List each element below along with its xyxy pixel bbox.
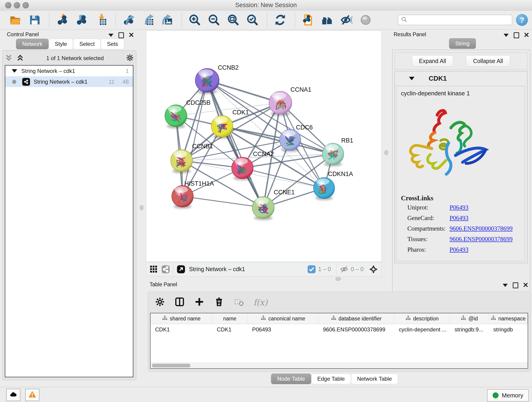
network-row[interactable]: String Network – cdk1 11 48 [5, 76, 133, 87]
node-label: CDC25B [186, 99, 210, 106]
table-hscrollbar[interactable] [151, 363, 528, 368]
column-header-database-identifier[interactable]: database identifier [318, 313, 394, 324]
float-panel-icon[interactable] [119, 32, 124, 38]
layout-ball-icon[interactable] [359, 13, 372, 27]
cdk1-section-header[interactable]: CDK1 [395, 71, 527, 85]
tab-sets[interactable]: Sets [101, 39, 124, 49]
tab-edge-table[interactable]: Edge Table [311, 374, 351, 384]
network-selected-label: 1 of 1 Network selected [24, 55, 126, 61]
column-header-shared-name[interactable]: shared name [151, 313, 212, 324]
network-canvas[interactable]: CCNB2CCNA1CDC25BCDK1CDC6RB1CCNB1CCNA2CDK… [146, 31, 382, 262]
network-view-icon[interactable] [161, 265, 170, 274]
help-button[interactable]: ? [516, 14, 528, 26]
shared-column-icon [405, 315, 411, 322]
section-name: CDK1 [429, 75, 447, 82]
tab-network-table[interactable]: Network Table [351, 374, 398, 384]
panel-menu-icon[interactable] [503, 284, 508, 287]
zoom-selected-icon[interactable] [246, 13, 259, 27]
cloud-button[interactable] [6, 389, 20, 401]
title-bar: Session: New Session [0, 0, 532, 11]
hscrollbar-thumb[interactable] [152, 364, 190, 367]
crosslink-label: GeneCard: [407, 215, 434, 222]
delete-column-icon[interactable] [214, 297, 224, 308]
app-window: Session: New Session ? Control Panel Net… [0, 0, 532, 402]
column-header-description[interactable]: description [394, 313, 450, 324]
section-caret-icon[interactable] [409, 77, 414, 80]
collection-caret-icon[interactable] [12, 69, 17, 73]
tab-select[interactable]: Select [73, 39, 101, 49]
column-header-canonical-name[interactable]: canonical name [247, 313, 318, 324]
network-from-selection-icon[interactable] [301, 13, 315, 27]
tab-style[interactable]: Style [49, 39, 73, 49]
network-view-title: String Network – cdk1 [189, 266, 304, 273]
column-header-name[interactable]: name [212, 313, 247, 324]
crosslink-link[interactable]: P06493 [450, 204, 469, 211]
left-splitter-handle[interactable] [140, 205, 143, 210]
hide-selected-icon[interactable] [340, 13, 353, 27]
warning-icon [28, 390, 36, 400]
float-panel-icon[interactable] [514, 32, 519, 38]
crosslink-link[interactable]: P06493 [450, 215, 469, 222]
shared-column-icon [260, 315, 266, 322]
network-collection-row[interactable]: String Network – cdk1 1 [5, 65, 133, 76]
close-panel-icon[interactable] [129, 32, 133, 38]
import-table-icon[interactable] [94, 13, 108, 27]
close-panel-icon[interactable] [523, 283, 528, 288]
network-status-bar: String Network – cdk1 1 – 0 0 – 0 [146, 262, 382, 276]
node-label: CCNE1 [274, 189, 295, 196]
import-database-icon[interactable] [75, 13, 88, 27]
grid-view-icon[interactable] [149, 265, 158, 274]
save-session-icon[interactable] [28, 13, 41, 27]
window-title: Session: New Session [0, 2, 532, 9]
node-table: shared namenamecanonical namedatabase id… [150, 313, 528, 369]
refresh-icon[interactable] [273, 13, 287, 27]
tab-node-table[interactable]: Node Table [271, 374, 311, 384]
search-input[interactable] [410, 17, 509, 23]
node-label: CDC6 [296, 124, 313, 131]
table-cell: stringdb [489, 324, 528, 335]
column-header--id[interactable]: @id [450, 313, 489, 324]
status-bar: Memory [0, 387, 532, 402]
import-network-icon[interactable] [56, 13, 69, 27]
selected-count: 1 – 0 [318, 266, 331, 273]
right-splitter-handle[interactable] [385, 150, 388, 155]
export-table-icon[interactable] [141, 13, 154, 27]
search-box[interactable] [398, 15, 512, 25]
network-options-gear-icon[interactable] [126, 54, 134, 63]
selected-checkbox-icon[interactable] [307, 265, 316, 274]
horizontal-splitter-handle[interactable] [336, 277, 341, 281]
expand-all-icon[interactable] [16, 54, 24, 63]
open-session-icon[interactable] [9, 13, 22, 27]
cdk1-details: cyclin-dependent kinase 1 [396, 86, 525, 261]
collapse-all-icon[interactable] [5, 54, 13, 63]
first-neighbors-icon[interactable] [321, 13, 334, 27]
fit-content-icon[interactable] [369, 265, 378, 274]
crosslink-link[interactable]: 9606.ENSP00000378699 [450, 236, 513, 243]
export-network-icon[interactable] [122, 13, 135, 27]
detach-view-icon[interactable] [177, 265, 185, 274]
close-panel-icon[interactable] [524, 32, 529, 38]
column-header-namespace[interactable]: namespace [489, 313, 528, 324]
tab-string[interactable]: String [449, 38, 476, 49]
table-row[interactable]: CDK1CDK1P064939606.ENSP00000378699cyclin… [151, 324, 528, 335]
collapse-all-button[interactable]: Collapse All [466, 55, 510, 67]
memory-button[interactable]: Memory [487, 389, 529, 402]
add-column-icon[interactable] [194, 297, 204, 308]
crosslink-label: Tissues: [407, 236, 428, 243]
expand-all-button[interactable]: Expand All [412, 55, 453, 67]
network-status-dot [12, 80, 16, 84]
crosslink-link[interactable]: P06493 [450, 246, 469, 253]
tab-network[interactable]: Network [16, 39, 49, 49]
zoom-in-icon[interactable] [188, 13, 201, 27]
show-columns-icon[interactable] [175, 297, 185, 308]
float-panel-icon[interactable] [513, 282, 518, 288]
zoom-out-icon[interactable] [207, 13, 221, 27]
zoom-fit-icon[interactable] [227, 13, 240, 27]
export-image-icon[interactable] [160, 13, 174, 27]
search-icon [401, 16, 407, 24]
warnings-button[interactable] [25, 389, 39, 401]
crosslink-link[interactable]: 9606.ENSP00000378699 [450, 225, 513, 232]
table-options-gear-icon[interactable] [155, 297, 165, 308]
panel-menu-icon[interactable] [108, 34, 114, 37]
panel-menu-icon[interactable] [504, 34, 509, 37]
